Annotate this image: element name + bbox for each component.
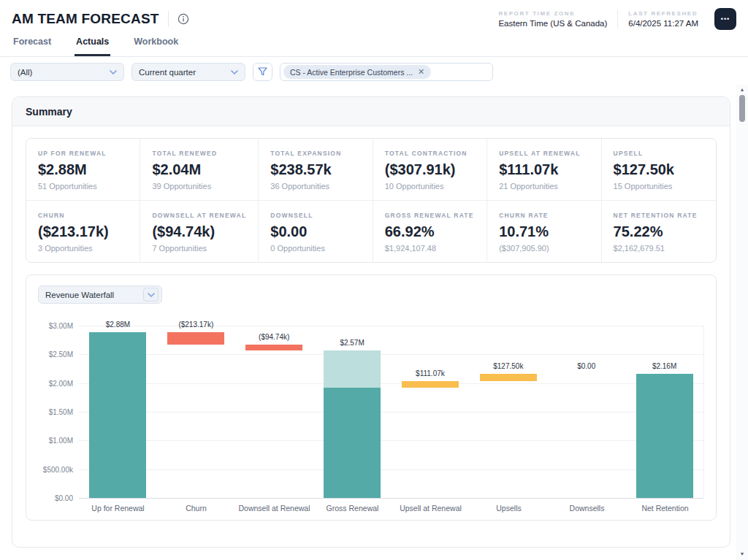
- tab-forecast[interactable]: Forecast: [12, 35, 53, 56]
- kpi-label: UP FOR RENEWAL: [38, 150, 128, 157]
- chart-bar-slot: ($213.17k): [157, 326, 235, 498]
- kpi-label: TOTAL CONTRACTION: [385, 150, 475, 157]
- kpi-value: 10.71%: [499, 223, 589, 240]
- kpi-subtext: $2,162,679.51: [614, 244, 704, 253]
- period-select-value: Current quarter: [139, 68, 196, 77]
- scrollbar-thumb[interactable]: [739, 95, 745, 122]
- kpi-grid: UP FOR RENEWAL$2.88M51 OpportunitiesTOTA…: [26, 138, 717, 263]
- period-select[interactable]: Current quarter: [131, 63, 245, 81]
- waterfall-bar-segment[interactable]: [636, 374, 693, 498]
- more-menu-button[interactable]: •••: [714, 8, 736, 30]
- chart-bar-slot: $111.07k: [392, 326, 470, 498]
- kpi-card: DOWNSELL$0.000 Opportunities: [259, 201, 373, 262]
- kpi-card: CHURN RATE10.71%($307,905.90): [487, 201, 601, 262]
- chart-panel: Revenue Waterfall $3.00M$2.50M$2.00M$1.5…: [26, 275, 717, 521]
- chart-y-axis: $3.00M$2.50M$2.00M$1.50M$1.00M$500.00k$0…: [38, 326, 79, 498]
- kpi-label: GROSS RENEWAL RATE: [385, 212, 475, 219]
- kpi-label: DOWNSELL: [270, 212, 360, 219]
- kpi-subtext: 7 Opportunities: [152, 244, 246, 253]
- y-axis-tick-label: $2.00M: [49, 379, 73, 387]
- info-icon[interactable]: [178, 13, 189, 25]
- kpi-card: UPSELL$127.50k15 Opportunities: [602, 139, 716, 201]
- kpi-value: $238.57k: [270, 161, 360, 178]
- bar-value-label: $2.16M: [625, 362, 703, 370]
- chart-bar-slot: $127.50k: [469, 326, 547, 498]
- y-axis-tick-label: $1.50M: [49, 408, 73, 416]
- chip-close-icon[interactable]: ✕: [418, 67, 424, 77]
- kpi-subtext: 21 Opportunities: [499, 182, 589, 191]
- kpi-card: DOWNSELL AT RENEWAL($94.74k)7 Opportunit…: [140, 201, 259, 262]
- page-scrollbar[interactable]: ▲ ▼: [736, 85, 748, 560]
- scrollbar-up-arrow[interactable]: ▲: [736, 86, 748, 93]
- report-timezone-value: Eastern Time (US & Canada): [498, 19, 607, 28]
- kpi-subtext: $1,924,107.48: [385, 244, 475, 253]
- kpi-label: UPSELL AT RENEWAL: [499, 150, 589, 157]
- waterfall-bar-segment[interactable]: [324, 388, 381, 498]
- kpi-value: ($307.91k): [385, 161, 475, 178]
- bar-value-label: $127.50k: [469, 362, 547, 370]
- chart-type-select[interactable]: Revenue Waterfall: [38, 285, 162, 304]
- y-axis-tick-label: $0.00: [55, 494, 73, 502]
- chart-bar-slot: $2.16M: [625, 326, 703, 498]
- kpi-value: $2.88M: [38, 161, 128, 178]
- chart-type-select-value: Revenue Waterfall: [45, 291, 114, 299]
- summary-header: Summary: [12, 97, 730, 126]
- chart-plot-area: $2.88M($213.17k)($94.74k)$2.57M$111.07k$…: [79, 326, 704, 498]
- kpi-subtext: 39 Opportunities: [152, 182, 246, 191]
- bar-value-label: $2.88M: [79, 321, 157, 329]
- kpi-label: UPSELL: [614, 150, 704, 157]
- kpi-card: CHURN($213.17k)3 Opportunities: [26, 201, 140, 262]
- x-axis-category-label: Downsells: [548, 504, 626, 513]
- x-axis-category-label: Upsells: [470, 504, 548, 513]
- kpi-value: ($213.17k): [38, 223, 128, 240]
- bar-value-label: $111.07k: [392, 369, 470, 377]
- kpi-label: TOTAL RENEWED: [152, 150, 246, 157]
- kpi-value: $2.04M: [152, 161, 246, 178]
- last-refreshed: LAST REFRESHED 6/4/2025 11:27 AM: [618, 10, 709, 28]
- chart-bar-slot: $2.88M: [79, 326, 157, 498]
- waterfall-bar-segment[interactable]: [167, 332, 224, 345]
- x-axis-category-label: Churn: [157, 504, 235, 513]
- entity-select-value: (All): [18, 68, 32, 77]
- kpi-value: $127.50k: [614, 161, 704, 178]
- chevron-down-icon: [105, 65, 121, 79]
- filter-bar: (All) Current quarter CS - Active Enterp…: [0, 57, 748, 88]
- scrollbar-down-arrow[interactable]: ▼: [736, 551, 748, 558]
- last-refreshed-label: LAST REFRESHED: [628, 10, 698, 17]
- x-axis-category-label: Downsell at Renewal: [235, 504, 313, 513]
- chart-bar-slot: $2.57M: [313, 326, 392, 498]
- report-timezone: REPORT TIME ZONE Eastern Time (US & Cana…: [488, 10, 617, 28]
- waterfall-bar-segment[interactable]: [480, 374, 537, 381]
- filter-funnel-button[interactable]: [253, 63, 272, 81]
- kpi-label: NET RETENTION RATE: [614, 212, 704, 219]
- filter-chip[interactable]: CS - Active Enterprise Customers ... ✕: [283, 65, 431, 79]
- bar-value-label: $0.00: [547, 362, 625, 370]
- x-axis-category-label: Net Retention: [626, 504, 704, 513]
- kpi-card: UPSELL AT RENEWAL$111.07k21 Opportunitie…: [487, 139, 601, 201]
- kpi-card: GROSS RENEWAL RATE66.92%$1,924,107.48: [373, 201, 487, 262]
- last-refreshed-value: 6/4/2025 11:27 AM: [628, 19, 698, 28]
- kpi-card: TOTAL EXPANSION$238.57k36 Opportunities: [259, 139, 373, 201]
- waterfall-bar-segment[interactable]: [89, 332, 146, 498]
- kpi-label: CHURN: [38, 212, 128, 219]
- tab-bar: Forecast Actuals Workbook: [0, 35, 748, 57]
- filter-chip-label: CS - Active Enterprise Customers ...: [290, 68, 413, 77]
- header-meta: REPORT TIME ZONE Eastern Time (US & Cana…: [488, 8, 736, 30]
- waterfall-bar-segment[interactable]: [324, 350, 381, 388]
- waterfall-bar-segment[interactable]: [402, 381, 459, 388]
- x-axis-category-label: Up for Renewal: [79, 504, 157, 513]
- kpi-subtext: 15 Opportunities: [614, 182, 704, 191]
- kpi-value: 66.92%: [385, 223, 475, 240]
- filter-chip-container[interactable]: CS - Active Enterprise Customers ... ✕: [280, 63, 493, 81]
- kpi-value: $111.07k: [499, 161, 589, 178]
- kpi-label: DOWNSELL AT RENEWAL: [152, 212, 246, 219]
- summary-card: Summary UP FOR RENEWAL$2.88M51 Opportuni…: [12, 96, 730, 548]
- tab-actuals[interactable]: Actuals: [75, 35, 110, 56]
- chevron-down-icon: [226, 65, 242, 79]
- entity-select[interactable]: (All): [10, 63, 124, 81]
- kpi-subtext: 51 Opportunities: [38, 182, 128, 191]
- report-timezone-label: REPORT TIME ZONE: [498, 10, 607, 17]
- waterfall-chart: $3.00M$2.50M$2.00M$1.50M$1.00M$500.00k$0…: [38, 326, 704, 513]
- waterfall-bar-segment[interactable]: [245, 345, 302, 350]
- tab-workbook[interactable]: Workbook: [132, 35, 180, 56]
